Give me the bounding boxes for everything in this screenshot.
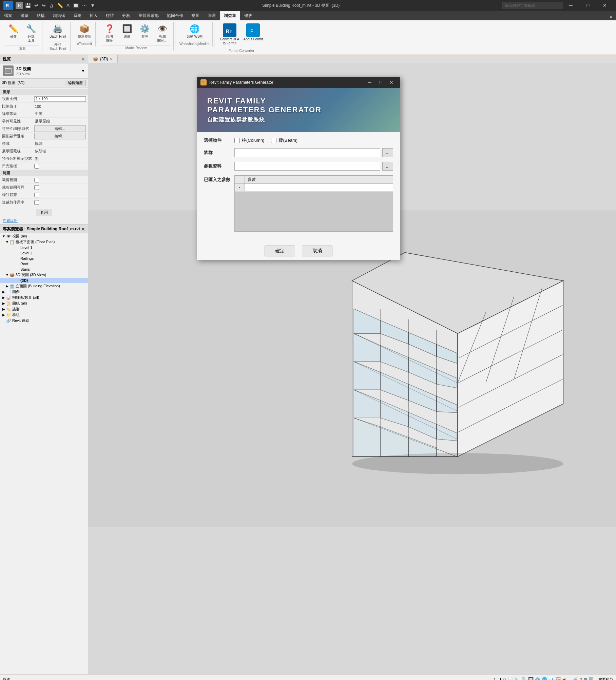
minimize-button[interactable]: ─ — [563, 0, 579, 11]
tab-architecture[interactable]: 建築 — [16, 11, 33, 20]
tree-item-3dview[interactable]: ▼ 📦 3D 視圖 (3D View) — [0, 272, 88, 278]
maximize-button[interactable]: □ — [580, 0, 596, 11]
viewport-tab-3d[interactable]: 📦 {3D} ✕ — [88, 55, 118, 63]
annotation-crop-checkbox[interactable] — [34, 193, 39, 197]
tree-item-stairs[interactable]: Stairs — [0, 267, 88, 272]
tab-massing[interactable]: 量體與敷地 — [134, 11, 163, 20]
dialog-confirm-button[interactable]: 確定 — [265, 246, 295, 256]
tab-steel[interactable]: 鋼結構 — [49, 11, 69, 20]
dialog-params-row-1[interactable]: · — [235, 184, 393, 192]
tree-item-elevation[interactable]: ▶ 🏛️ 立面圖 (Building Elevation) — [0, 283, 88, 289]
params-textbox[interactable] — [234, 162, 380, 171]
status-icon-2[interactable]: 📐 — [515, 677, 520, 680]
checkbox-column-item[interactable]: 柱(Column) — [234, 137, 264, 143]
tab-file[interactable]: 檔案 — [0, 11, 16, 20]
tree-item-families[interactable]: ▶ 🏷️ 族群 — [0, 306, 88, 312]
crop-visible-checkbox[interactable] — [34, 185, 39, 190]
tab-modify[interactable]: 修改 — [240, 11, 256, 20]
edit-type-button[interactable]: 編輯類型 — [65, 80, 86, 86]
manage-button[interactable]: ⚙️ 管理 — [137, 22, 153, 40]
tab-insert[interactable]: 插入 — [85, 11, 102, 20]
far-clip-checkbox[interactable] — [34, 200, 39, 205]
checkbox-beam-item[interactable]: 樑(Beam) — [271, 137, 297, 143]
tree-item-sheets[interactable]: ▶ 📜 圖紙 (all) — [0, 300, 88, 306]
tab-manage[interactable]: 管理 — [204, 11, 220, 20]
help-about-button[interactable]: ❓ 說明關於 — [101, 22, 118, 44]
convert-rfa-button[interactable]: RF Convert RFAto FormIt — [218, 22, 240, 46]
tab-collaborate[interactable]: 協同合作 — [163, 11, 187, 20]
family-textbox[interactable] — [234, 148, 380, 157]
toolbar-more[interactable]: ▼ — [89, 2, 96, 9]
status-icon-9[interactable]: ◀ — [562, 677, 565, 680]
dialog-params-body[interactable]: · — [235, 184, 393, 231]
close-button[interactable]: ✕ — [597, 0, 613, 11]
tab-addins[interactable]: 增益集 — [220, 11, 240, 20]
search-input[interactable] — [502, 2, 563, 9]
sunpath-checkbox[interactable] — [34, 164, 39, 169]
view-grid[interactable]: ▦ — [583, 677, 587, 680]
modify-button[interactable]: ✏️ 修改 — [5, 22, 22, 40]
dialog-maximize-button[interactable]: □ — [376, 79, 386, 86]
toolbar-print[interactable]: 🖨 — [48, 2, 55, 9]
tree-item-railings[interactable]: Railings — [0, 256, 88, 261]
viewport-content[interactable]: 🔧 Revit Family Parameters Generator ─ □ … — [88, 63, 616, 674]
family-browse-button[interactable]: ... — [382, 148, 393, 157]
project-browser-close[interactable]: ✕ — [81, 227, 85, 232]
batch-print-button[interactable]: 🖨️ Batch Print — [48, 22, 68, 40]
wsm-button[interactable]: 🌐 啟動 WSM — [185, 22, 204, 40]
tree-item-views[interactable]: ▼ 👁️ 視圖 (all) — [0, 233, 88, 239]
checkbox-beam[interactable] — [271, 138, 276, 143]
vp-tab-close[interactable]: ✕ — [110, 57, 113, 61]
tab-view[interactable]: 視圖 — [187, 11, 204, 20]
status-icon-8[interactable]: 🔀 — [555, 677, 561, 680]
checkbox-column[interactable] — [234, 138, 240, 143]
params-browse-button[interactable]: ... — [382, 162, 393, 171]
tree-item-schedule[interactable]: ▶ 📊 明細表/數量 (all) — [0, 295, 88, 300]
tree-item-floorplan[interactable]: ▼ 📋 樓板平面圖 (Floor Plan) — [0, 239, 88, 245]
tab-annotate[interactable]: 標註 — [102, 11, 118, 20]
tree-item-level1[interactable]: Level 1 — [0, 245, 88, 250]
tree-item-revit-links[interactable]: 🔗 Revit 連結 — [0, 318, 88, 324]
tree-item-groups[interactable]: ▶ 📁 群組 — [0, 312, 88, 318]
tree-item-roof[interactable]: Roof — [0, 261, 88, 267]
graphics-display-edit-button[interactable]: 編輯... — [34, 133, 86, 139]
toolbar-save[interactable]: 💾 — [24, 2, 32, 9]
toolbar-snap[interactable]: 🔲 — [72, 2, 80, 9]
tree-item-3d[interactable]: {3D} — [0, 278, 88, 283]
properties-close-button[interactable]: ✕ — [81, 57, 85, 62]
tab-structure[interactable]: 結構 — [33, 11, 49, 20]
ribbon-expand-btn[interactable]: ▲ — [606, 12, 616, 20]
select-button[interactable]: 🔲 選取 — [119, 22, 135, 40]
view-dropdown-arrow[interactable]: ▼ — [81, 69, 85, 73]
properties-help-link[interactable]: 性質說明 — [3, 218, 18, 222]
external-tools-button[interactable]: 🔧 外部工具 — [23, 22, 39, 44]
toolbar-measure[interactable]: 📏 — [56, 2, 64, 9]
toolbar-redo[interactable]: ↪ — [40, 2, 47, 9]
prop-value-view-scale[interactable] — [34, 96, 86, 102]
tree-item-legend[interactable]: ▶ 📄 圖例 — [0, 289, 88, 295]
transmit-model-button[interactable]: 📦 傳送模型 — [76, 22, 93, 40]
status-icon-4[interactable]: 🔲 — [528, 677, 534, 680]
view-about-button[interactable]: 👁️ 視圖關於… — [154, 22, 171, 44]
toolbar-extra[interactable]: ⋯ — [81, 2, 88, 9]
status-icon-5[interactable]: ⚙️ — [535, 677, 540, 680]
tab-analyze[interactable]: 分析 — [118, 11, 134, 20]
tab-systems[interactable]: 系統 — [69, 11, 85, 20]
dialog-cancel-button[interactable]: 取消 — [302, 246, 332, 256]
dialog-close-button[interactable]: ✕ — [386, 79, 397, 86]
about-formit-button[interactable]: F About FormIt — [242, 22, 264, 42]
toolbar-annotate[interactable]: A — [65, 2, 71, 9]
view-3d[interactable]: 🖼️ — [589, 677, 594, 680]
crop-view-checkbox[interactable] — [34, 178, 39, 182]
tree-item-level2[interactable]: Level 2 — [0, 250, 88, 256]
toolbar-undo[interactable]: ↩ — [33, 2, 40, 9]
status-icon-1[interactable]: 📄 — [508, 677, 513, 680]
status-icon-3[interactable]: 🔍 — [521, 677, 527, 680]
status-icon-6[interactable]: 🌐 — [542, 677, 547, 680]
toolbar-btn[interactable]: R — [16, 2, 23, 9]
apply-button[interactable]: 套用 — [36, 209, 52, 216]
dialog-minimize-button[interactable]: ─ — [365, 79, 375, 86]
status-icon-7[interactable]: 📊 — [548, 677, 554, 680]
batch-print-sublabel[interactable]: Batch Print — [50, 47, 66, 51]
visibility-edit-button[interactable]: 編輯... — [34, 125, 86, 132]
